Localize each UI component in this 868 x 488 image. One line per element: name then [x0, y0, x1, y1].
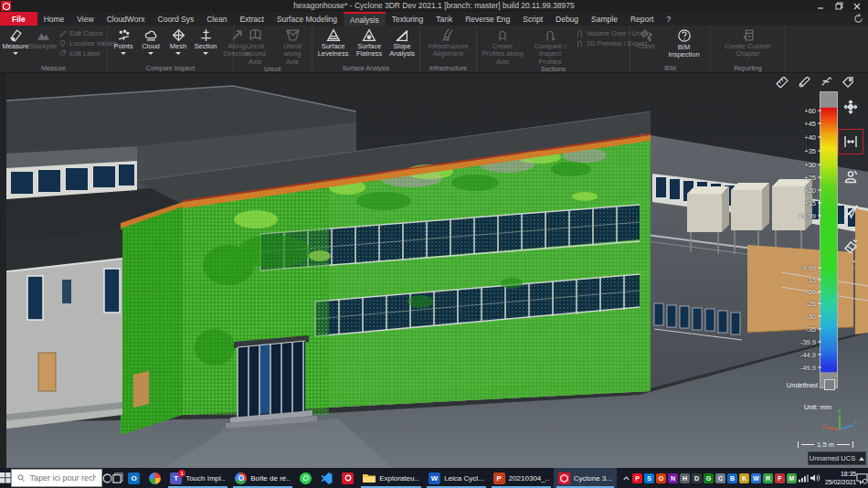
vscode-icon	[321, 472, 333, 484]
tab-tank[interactable]: Tank	[429, 12, 459, 26]
tray-icon[interactable]: O	[656, 473, 666, 483]
localize-values-tool-icon[interactable]	[818, 75, 833, 89]
tray-icon[interactable]: H	[680, 473, 690, 483]
tab-sample[interactable]: Sample	[585, 12, 624, 26]
volume-over-under-icon	[576, 29, 584, 37]
network-icon[interactable]	[799, 473, 809, 483]
taskbar-app-whatsapp[interactable]	[295, 468, 316, 488]
taskbar-app-teams[interactable]: T1 Touch Impl...	[165, 468, 230, 488]
minimize-button[interactable]	[811, 0, 830, 12]
tab-view[interactable]: View	[70, 12, 100, 26]
ribbon-group-infrastructure: Infrastructure Alignment Infrastructure	[420, 26, 477, 72]
measure-tool-icon[interactable]	[774, 75, 789, 89]
tray-icon[interactable]: K	[739, 473, 749, 483]
compare-section-button[interactable]: Section	[192, 27, 219, 55]
tab-extract[interactable]: Extract	[233, 12, 270, 26]
unroll-along-axis-button[interactable]: Unroll along Axis	[274, 27, 311, 66]
surface-flatness-button[interactable]: Surface Flatness	[352, 27, 386, 58]
create-custom-chapter-button[interactable]: Create Custom Chapter	[713, 27, 783, 58]
mesh-icon	[172, 28, 185, 42]
undefined-color-swatch[interactable]	[824, 379, 835, 390]
tab-debug[interactable]: Debug	[549, 12, 585, 26]
slope-analysis-button[interactable]: Slope Analysis	[386, 27, 418, 58]
pan-tool[interactable]	[839, 95, 863, 119]
ribbon-group-bim: Clash BIM Inspection BIM	[630, 26, 711, 72]
tab-help[interactable]: ?	[660, 12, 677, 26]
action-center-button[interactable]	[856, 468, 868, 488]
inspection-color-scale[interactable]	[820, 91, 838, 388]
3d-viewport[interactable]: +60 +45 +40 +35 +30 +25 +20 +15 +9.99 -9…	[0, 73, 868, 468]
unroll-along-axis-icon	[286, 28, 300, 42]
clash-button[interactable]: Clash	[632, 27, 660, 50]
close-button[interactable]	[848, 0, 866, 12]
scale-label: +15	[804, 199, 821, 207]
scale-label: +60	[804, 107, 821, 115]
taskbar-app-powerpoint[interactable]: P 20210304_...	[489, 468, 554, 488]
taskbar-app-register[interactable]	[337, 468, 358, 488]
tray-icon[interactable]: C	[715, 473, 725, 483]
tab-script[interactable]: Script	[516, 12, 549, 26]
surface-levelness-button[interactable]: Surface Levelness	[314, 27, 352, 58]
tab-texturing[interactable]: Texturing	[386, 12, 430, 26]
compare-profiles-button[interactable]: Compare / Inspect Profiles	[526, 27, 574, 66]
compare-points-button[interactable]: Points	[110, 27, 137, 55]
tab-home[interactable]: Home	[37, 12, 71, 26]
stockpile-button[interactable]: Stockpile	[29, 27, 57, 50]
maximize-button[interactable]	[830, 0, 848, 12]
tab-report[interactable]: Report	[624, 12, 661, 26]
unroll-around-axis-button[interactable]: Unroll around Axis	[236, 27, 274, 66]
volume-icon[interactable]	[810, 473, 820, 483]
start-button[interactable]	[0, 468, 11, 488]
windows-taskbar: O T1 Touch Impl... Boîte de ré... Explor…	[0, 468, 868, 488]
tray-icon[interactable]: D	[692, 473, 702, 483]
tray-icon[interactable]: G	[704, 473, 714, 483]
tray-icon[interactable]: N	[668, 473, 678, 483]
cortana-button[interactable]	[102, 468, 112, 488]
clean-tool[interactable]	[839, 234, 863, 258]
taskbar-app-vscode[interactable]	[316, 468, 337, 488]
taskbar-app-cyclone[interactable]: Cyclone 3...	[554, 468, 617, 488]
navigation-toolbar	[838, 95, 863, 258]
taskbar-clock[interactable]: 18:35 25/02/2021	[825, 470, 856, 486]
taskbar-app-pinned[interactable]	[144, 468, 165, 488]
measure-button[interactable]: Measure	[2, 27, 29, 55]
label-tool-icon[interactable]	[840, 75, 855, 89]
tab-cloudworx[interactable]: CloudWorx	[101, 12, 152, 26]
taskbar-search[interactable]	[11, 469, 102, 487]
taskbar-app-word[interactable]: W Leica Cycl...	[424, 468, 489, 488]
tray-icon[interactable]: B	[727, 473, 737, 483]
tray-icon[interactable]: M	[787, 473, 797, 483]
tab-surface-modeling[interactable]: Surface Modeling	[270, 12, 344, 26]
tab-file[interactable]: File	[0, 12, 37, 26]
create-profiles-button[interactable]: Create Profiles along Axis	[479, 27, 526, 66]
tray-icon[interactable]: R	[763, 473, 773, 483]
hidden-icons-chevron[interactable]	[622, 474, 630, 483]
tray-icon[interactable]: W	[751, 473, 761, 483]
tab-reverse-eng[interactable]: Reverse Eng	[459, 12, 516, 26]
compare-cloud-button[interactable]: Cloud	[137, 27, 164, 55]
scale-label: +25	[804, 174, 821, 182]
taskbar-app-outlook[interactable]: O	[123, 468, 144, 488]
tray-icon[interactable]: P	[632, 473, 642, 483]
powerpoint-icon: P	[493, 472, 505, 484]
infrastructure-alignment-button[interactable]: Infrastructure Alignment	[422, 27, 474, 58]
sync-icon[interactable]	[853, 14, 863, 26]
tab-clean[interactable]: Clean	[200, 12, 233, 26]
bim-inspection-button[interactable]: BIM Inspection	[660, 27, 708, 59]
taskbar-app-chrome[interactable]: Boîte de ré...	[230, 468, 295, 488]
ucs-selector[interactable]: Unnamed UCS	[808, 451, 866, 465]
taskbar-app-explorer[interactable]: Explorateu...	[358, 468, 424, 488]
tab-coord-sys[interactable]: Coord Sys	[152, 12, 201, 26]
dropdown-caret	[121, 52, 126, 55]
edit-colors-tool-icon[interactable]	[796, 75, 811, 89]
fly-tool[interactable]	[839, 199, 863, 223]
whatsapp-icon	[300, 472, 312, 484]
compare-mesh-button[interactable]: Mesh	[164, 27, 192, 55]
examine-tool[interactable]	[839, 164, 863, 188]
zoom-fit-tool[interactable]	[839, 130, 863, 154]
search-input[interactable]	[29, 473, 96, 483]
tray-icon[interactable]: S	[644, 473, 654, 483]
tab-analysis[interactable]: Analysis	[344, 12, 386, 26]
tray-icon[interactable]: F	[775, 473, 785, 483]
task-view-button[interactable]	[112, 468, 123, 488]
